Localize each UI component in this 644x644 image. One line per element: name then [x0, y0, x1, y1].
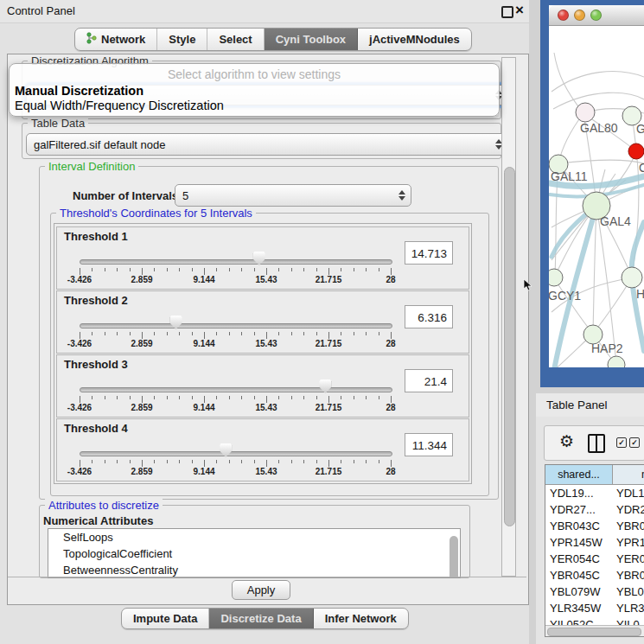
- table-row[interactable]: YLR345WYLR3: [545, 600, 644, 616]
- threshold-label: Threshold 2: [64, 294, 128, 307]
- panel-scrollbar[interactable]: [501, 57, 516, 577]
- attribute-item-topologicalcoefficient[interactable]: TopologicalCoefficient: [48, 545, 460, 562]
- network-window-titlebar[interactable]: [549, 5, 644, 26]
- slider-tick: [192, 268, 193, 271]
- tab-infer-network[interactable]: Infer Network: [314, 609, 408, 628]
- slider-tick: [154, 460, 155, 463]
- slider-tick: [105, 460, 105, 463]
- close-icon[interactable]: ×: [515, 2, 524, 19]
- node-attribute-table[interactable]: shared...na YDL19...YDL1YDR27...YDR2YBR0…: [545, 464, 644, 637]
- zoom-traffic-light-icon[interactable]: [590, 10, 602, 21]
- gear-icon[interactable]: ⚙: [559, 431, 574, 451]
- slider-track[interactable]: [80, 323, 392, 328]
- slider-tick: [379, 268, 379, 271]
- slider-tick: [167, 460, 168, 463]
- slider-tick-label: 9.144: [178, 467, 230, 476]
- slider-tick: [254, 396, 255, 399]
- network-edge[interactable]: [554, 53, 583, 113]
- table-row[interactable]: YDL19...YDL1: [545, 485, 644, 501]
- numerical-attributes-list[interactable]: SelfLoopsTopologicalCoefficientBetweenne…: [48, 528, 461, 578]
- table-data-combo[interactable]: galFiltered.sif default node: [26, 133, 508, 156]
- num-intervals-combo[interactable]: 5: [175, 184, 411, 207]
- slider-tick: [278, 460, 279, 463]
- tab-cyni-toolbox[interactable]: Cyni Toolbox: [265, 29, 358, 50]
- network-canvas[interactable]: GAL80GAGAL11CGAL4GCY1HHAP2: [549, 26, 644, 367]
- slider-tick: [130, 460, 131, 463]
- slider-tick-label: 9.144: [178, 339, 230, 348]
- slider-tick: [142, 332, 143, 339]
- checkbox-icon[interactable]: ✓: [629, 437, 640, 448]
- slider-tick: [354, 332, 354, 335]
- table-cell: YDL1: [616, 487, 644, 500]
- threshold-value-input[interactable]: 11.344: [405, 433, 453, 456]
- network-view-window[interactable]: GAL80GAGAL11CGAL4GCY1HHAP2: [549, 5, 644, 367]
- slider-tick: [167, 332, 168, 335]
- table-row[interactable]: YDR27...YDR2: [545, 501, 644, 518]
- threshold-value-input[interactable]: 6.316: [405, 305, 453, 328]
- network-node[interactable]: [622, 267, 642, 288]
- apply-button[interactable]: Apply: [232, 580, 290, 600]
- table-hscrollbar-thumb[interactable]: [547, 628, 641, 636]
- checkbox-icon[interactable]: ✓: [616, 437, 627, 448]
- network-node[interactable]: [576, 103, 595, 122]
- network-icon: [86, 32, 97, 47]
- slider-track[interactable]: [80, 259, 392, 265]
- slider-tick: [366, 332, 367, 335]
- minimize-traffic-light-icon[interactable]: [574, 10, 585, 21]
- table-row[interactable]: YER054CYER0: [545, 551, 644, 567]
- slider-tick: [192, 460, 193, 463]
- table-cell: YPR145W: [550, 536, 603, 549]
- network-node-label: GCY1: [549, 289, 581, 303]
- panel-scrollbar-thumb[interactable]: [504, 167, 515, 526]
- slider-track[interactable]: [80, 451, 392, 456]
- attribute-item-selfloops[interactable]: SelfLoops: [48, 529, 460, 545]
- list-scrollbar[interactable]: [450, 536, 458, 578]
- table-header-na[interactable]: na: [613, 465, 644, 485]
- slider-tick-label: 21.715: [303, 275, 354, 284]
- tab-impute-data[interactable]: Impute Data: [122, 609, 209, 628]
- slider-tick: [266, 332, 267, 339]
- slider-tick: [241, 396, 242, 399]
- slider-tick: [354, 268, 354, 271]
- slider-tick: [366, 460, 367, 463]
- slider-tick: [117, 268, 118, 271]
- table-row[interactable]: YBR043CYBR0: [545, 518, 644, 534]
- popup-option-manual-discretization[interactable]: Manual Discretization: [10, 84, 499, 99]
- table-cell: YBR043C: [550, 520, 600, 532]
- tab-discretize-data[interactable]: Discretize Data: [209, 609, 313, 628]
- slider-tick: [105, 268, 105, 271]
- threshold-value-input[interactable]: 21.4: [405, 369, 453, 392]
- table-cell: YDR27...: [550, 503, 596, 516]
- popup-hint: Select algorithm to view settings: [10, 67, 499, 84]
- slider-tick: [204, 268, 205, 275]
- tab-jactivemnodules[interactable]: jActiveMNodules: [358, 29, 471, 50]
- popup-option-equal-width-frequency-discretization[interactable]: Equal Width/Frequency Discretization: [10, 99, 499, 113]
- float-icon[interactable]: [501, 6, 513, 18]
- network-node[interactable]: [549, 269, 563, 286]
- slider-tick: [366, 396, 367, 399]
- columns-icon[interactable]: [588, 434, 605, 453]
- tab-style[interactable]: Style: [157, 29, 207, 50]
- slider-tick: [92, 460, 92, 463]
- slider-tick: [341, 460, 341, 463]
- slider-tick-label: -3.426: [54, 275, 105, 284]
- table-row[interactable]: YBR045CYBR0: [545, 567, 644, 583]
- threshold-value-input[interactable]: 14.713: [405, 241, 453, 265]
- table-cell: YBR0: [616, 520, 644, 532]
- slider-tick: [278, 332, 279, 335]
- algorithm-popup: Select algorithm to view settings Manual…: [9, 63, 500, 117]
- tab-select[interactable]: Select: [207, 29, 264, 50]
- table-row[interactable]: YPR145WYPR1: [545, 534, 644, 551]
- network-node[interactable]: [628, 143, 644, 159]
- table-row[interactable]: YBL079WYBL0: [545, 583, 644, 600]
- tab-network[interactable]: Network: [75, 29, 157, 50]
- network-edge[interactable]: [552, 71, 644, 92]
- threshold-stack: Threshold 1-3.4262.8599.14415.4321.71528…: [54, 223, 472, 484]
- slider-track[interactable]: [80, 387, 392, 392]
- close-traffic-light-icon[interactable]: [558, 10, 569, 21]
- slider-tick: [130, 332, 131, 335]
- table-hscrollbar[interactable]: [545, 625, 644, 637]
- slider-tick: [229, 396, 230, 399]
- table-header-shared-[interactable]: shared...: [545, 465, 613, 485]
- panel-titlebar: Control Panel ×: [0, 0, 529, 23]
